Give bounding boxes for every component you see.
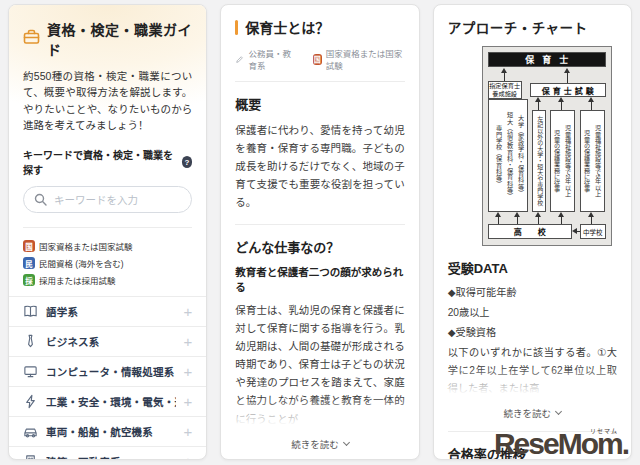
building-icon (23, 454, 38, 460)
guide-header: 資格・検定・職業ガイド 約550種の資格・検定・職業について、概要や取得方法を解… (9, 5, 206, 145)
category-row-architecture[interactable]: 建築・不動産系 + (9, 446, 206, 460)
article-title: 保育士とは？ (245, 17, 329, 37)
search-section: キーワードで資格・検定・職業を探す ? (9, 145, 206, 213)
bolt-icon (23, 394, 38, 409)
arrow-left-icon (572, 228, 580, 235)
category-row-business[interactable]: ビジネス系 + (9, 326, 206, 356)
chart-goal-box: 保育士 (488, 52, 606, 67)
section-subheading: 教育者と保護者二つの顔が求められる (235, 264, 404, 294)
legend-label: 国家資格または国家試験 (39, 240, 133, 252)
help-icon[interactable]: ? (182, 156, 193, 168)
arrow-up-icon (588, 212, 595, 224)
chart-route-work-5years: 児童福祉施設等で5年以上 児童の保護業務に従事 (580, 110, 605, 212)
arrow-up-icon (588, 97, 595, 110)
search-input[interactable] (54, 194, 189, 206)
expand-icon[interactable]: + (184, 364, 193, 379)
legend: 国 国家資格または国家試験 民 民間資格 (海外を含む) 採 採用または採用試験 (23, 227, 192, 286)
chart-route-schools: 大学（家政学科・保育科等） 短大（幼児教育科・保育科等） 専門学校（保育科等） (488, 99, 528, 212)
category-row-computer[interactable]: コンピュータ・情報処理系 + (9, 356, 206, 386)
chart-highschool-box: 高 校 (488, 224, 572, 239)
chart-route-work-2years: 児童福祉施設等で2年以上 児童の保護業務に従事 (550, 110, 575, 212)
approach-panel: アプローチ・チャート 保育士 指定保育士養成施設 保育士試験 大学（家政学科・保… (433, 4, 632, 460)
arrow-up-icon (564, 68, 571, 83)
arrow-up-icon (514, 212, 521, 224)
arrow-up-icon (558, 212, 565, 224)
category-row-languages[interactable]: 語学系 + (9, 296, 206, 326)
title-accent-bar (235, 20, 238, 35)
article-tags: 公務員・教育系 国 国家資格または国家試験 (235, 47, 404, 82)
arrow-up-icon (535, 212, 542, 224)
approach-title: アプローチ・チャート (448, 17, 617, 37)
exam-age-value: 20歳以上 (448, 305, 617, 321)
arrow-up-icon (501, 68, 508, 81)
chart-route-other-school: 左記以外の大学・短大や専門学校 (532, 110, 546, 212)
category-label: ビジネス系 (46, 334, 176, 349)
section-overview: 概要 保護者に代わり、愛情を持って幼児を養育・保育する専門職。子どもの成長を助け… (221, 82, 418, 211)
resemom-ruby: リセマム (590, 428, 618, 434)
arrow-up-icon (535, 97, 542, 110)
briefcase-icon (23, 29, 40, 49)
legend-item-private: 民 民間資格 (海外を含む) (23, 257, 124, 269)
category-label: 建築・不動産系 (46, 454, 176, 460)
national-badge: 国 (23, 240, 35, 252)
chevron-down-icon (343, 439, 350, 446)
expand-icon[interactable]: + (184, 424, 193, 439)
search-label: キーワードで資格・検定・職業を探す (23, 147, 177, 177)
computer-icon (23, 364, 38, 379)
search-icon (34, 193, 47, 206)
section-exam-data: 受験DATA ◆取得可能年齢 20歳以上 ◆受験資格 以下のいずれかに該当する者… (434, 246, 631, 431)
arrow-up-icon (558, 97, 565, 110)
chart-exam-box: 保育士試験 (530, 83, 606, 97)
exam-qualification-value: 以下のいずれかに該当する者。①大学に2年以上在学して62単位以上取得した者、また… (448, 344, 617, 397)
private-badge: 民 (23, 257, 35, 269)
qualification-tag[interactable]: 国 国家資格または国家試験 (313, 47, 405, 71)
chart-juniorhigh-box: 中学校 (580, 224, 606, 239)
expand-icon[interactable]: + (184, 304, 193, 319)
book-icon (23, 304, 38, 319)
article-panel: 保育士とは？ 公務員・教育系 国 国家資格または国家試験 概要 保護者に代わり、… (220, 4, 419, 460)
guide-intro: 約550種の資格・検定・職業について、概要や取得方法を解説します。やりたいことや… (23, 68, 192, 133)
category-row-vehicles[interactable]: 車両・船舶・航空機系 + (9, 416, 206, 446)
expand-icon[interactable]: + (184, 394, 193, 409)
legend-label: 採用または採用試験 (39, 274, 116, 286)
category-label: 語学系 (46, 304, 176, 319)
resemom-logo: リセマム ReseMom. (494, 429, 628, 459)
chart-facility-box: 指定保育士養成施設 (488, 81, 522, 99)
exam-qualification-label: ◆受験資格 (448, 325, 617, 341)
national-badge: 国 (313, 54, 322, 65)
arrow-up-icon (495, 212, 502, 224)
chevron-down-icon (555, 408, 562, 415)
section-heading: 受験DATA (448, 258, 617, 277)
section-body: 保護者に代わり、愛情を持って幼児を養育・保育する専門職。子どもの成長を助けるだけ… (235, 121, 404, 211)
approach-chart: 保育士 指定保育士養成施設 保育士試験 大学（家政学科・保育科等） 短大（幼児教… (482, 46, 612, 246)
section-heading: 概要 (235, 94, 404, 113)
section-job: どんな仕事なの？ 教育者と保護者二つの顔が求められる 保育士は、乳幼児の保育と保… (221, 225, 418, 460)
legend-item-hiring: 採 採用または採用試験 (23, 274, 116, 286)
legend-label: 民間資格 (海外を含む) (39, 257, 124, 269)
page-title: 資格・検定・職業ガイド (47, 19, 192, 59)
guide-panel: 資格・検定・職業ガイド 約550種の資格・検定・職業について、概要や取得方法を解… (8, 4, 207, 460)
exam-age-label: ◆取得可能年齢 (448, 285, 617, 301)
category-list: 語学系 + ビジネス系 + コンピュータ・情報処理系 + (9, 296, 206, 460)
pencil-icon (235, 54, 244, 65)
category-label: 工業・安全・環境・電気・通信系 (46, 394, 176, 409)
necktie-icon (23, 334, 38, 349)
search-box[interactable] (23, 186, 192, 213)
section-heading: どんな仕事なの？ (235, 237, 404, 256)
category-tag[interactable]: 公務員・教育系 (235, 47, 298, 71)
category-row-industry[interactable]: 工業・安全・環境・電気・通信系 + (9, 386, 206, 416)
read-more-link[interactable]: 続きを読む (448, 397, 617, 431)
hiring-badge: 採 (23, 274, 35, 286)
read-more-link[interactable]: 続きを読む (235, 428, 404, 460)
legend-item-national: 国 国家資格または国家試験 (23, 240, 133, 252)
category-label: 車両・船舶・航空機系 (46, 424, 176, 439)
expand-icon[interactable]: + (184, 454, 193, 460)
section-body: 保育士は、乳幼児の保育と保護者に対して保育に関する指導を行う。乳幼児期は、人間の… (235, 301, 404, 427)
category-label: コンピュータ・情報処理系 (46, 364, 176, 379)
page: 資格・検定・職業ガイド 約550種の資格・検定・職業について、概要や取得方法を解… (0, 0, 640, 465)
expand-icon[interactable]: + (184, 334, 193, 349)
car-icon (23, 424, 38, 439)
